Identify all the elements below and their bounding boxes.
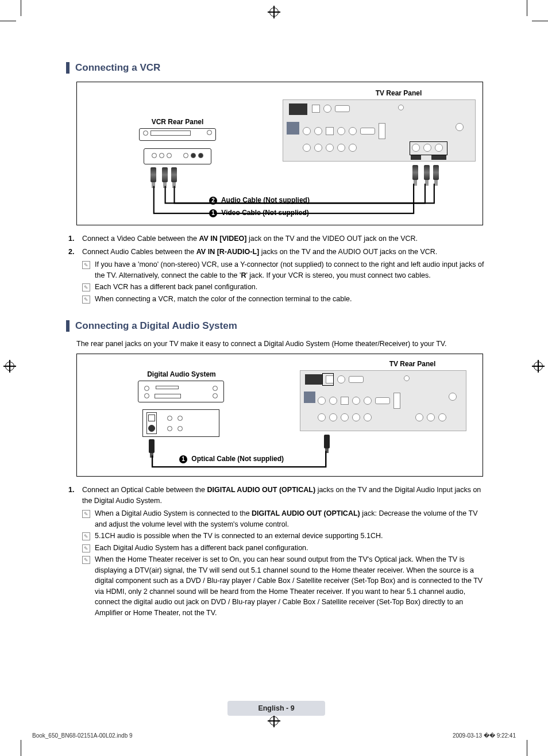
section-bar xyxy=(66,62,70,74)
note-icon: ✎ xyxy=(82,531,95,542)
vcr-device xyxy=(139,128,216,141)
das-note-2: ✎ 5.1CH audio is possible when the TV is… xyxy=(82,531,485,542)
badge-2: 2 xyxy=(209,197,217,205)
tv-rear-panel xyxy=(283,99,476,162)
vcr-step-1: 1. Connect a Video Cable between the AV … xyxy=(68,233,485,244)
digital-audio-diagram: TV Rear Panel Digital Audio System xyxy=(76,354,483,477)
optical-cable-label: Optical Cable (Not supplied) xyxy=(191,455,284,463)
das-device-bottom xyxy=(142,409,219,437)
note-icon: ✎ xyxy=(82,543,95,554)
footer-book-id: Book_650_BN68-02151A-00L02.indb 9 xyxy=(32,732,133,739)
tv-video-plug xyxy=(412,165,418,180)
note-icon: ✎ xyxy=(82,554,95,618)
vcr-rear-panel-label: VCR Rear Panel xyxy=(132,118,223,126)
note-icon: ✎ xyxy=(82,508,95,529)
badge-1: 1 xyxy=(209,209,217,217)
tv-audio-plugs xyxy=(424,165,439,180)
optical-cable-label-row: 1 Optical Cable (Not supplied) xyxy=(179,455,284,463)
vcr-instructions: 1. Connect a Video Cable between the AV … xyxy=(68,233,485,304)
video-cable-label: Video Cable (Not supplied) xyxy=(221,209,308,217)
section-2-intro: The rear panel jacks on your TV make it … xyxy=(76,340,485,348)
tv-rear-panel-label-2: TV Rear Panel xyxy=(361,360,464,368)
das-note-4: ✎ When the Home Theater receiver is set … xyxy=(82,554,485,618)
das-device-top xyxy=(138,381,224,402)
note-icon: ✎ xyxy=(82,259,95,281)
badge-1b: 1 xyxy=(179,455,187,463)
vcr-note-1: ✎ If you have a 'mono' (non-stereo) VCR,… xyxy=(82,259,485,281)
das-note-3: ✎ Each Digital Audio System has a differ… xyxy=(82,543,485,554)
audio-cable-label-row: 2 Audio Cable (Not supplied) xyxy=(209,196,310,205)
das-optical-plug xyxy=(149,439,155,453)
section-bar xyxy=(66,320,70,332)
section-2-header: Connecting a Digital Audio System xyxy=(66,320,485,332)
tv-rear-panel-2 xyxy=(300,370,466,431)
note-icon: ✎ xyxy=(82,282,95,293)
section-1-title: Connecting a VCR xyxy=(75,62,160,74)
das-note-1: ✎ When a Digital Audio System is connect… xyxy=(82,508,485,529)
video-cable-label-row: 1 Video Cable (Not supplied) xyxy=(209,209,309,217)
section-1-header: Connecting a VCR xyxy=(66,62,485,74)
tv-optical-plug xyxy=(324,435,330,448)
das-instructions: 1. Connect an Optical Cable between the … xyxy=(68,485,485,618)
tv-rear-panel-label: TV Rear Panel xyxy=(347,89,450,97)
vcr-connection-diagram: TV Rear Panel VCR Rear Panel xyxy=(76,82,483,225)
page-number-pill: English - 9 xyxy=(227,701,325,716)
digital-audio-system-label: Digital Audio System xyxy=(124,370,239,378)
vcr-note-3: ✎ When connecting a VCR, match the color… xyxy=(82,294,485,305)
section-2-title: Connecting a Digital Audio System xyxy=(75,320,237,332)
audio-cable-label: Audio Cable (Not supplied) xyxy=(221,196,310,204)
vcr-jacks xyxy=(144,148,211,164)
vcr-audio-plugs xyxy=(162,167,177,182)
vcr-note-2: ✎ Each VCR has a different back panel co… xyxy=(82,282,485,293)
das-step-1: 1. Connect an Optical Cable between the … xyxy=(68,485,485,506)
vcr-step-2: 2. Connect Audio Cables between the AV I… xyxy=(68,247,485,258)
note-icon: ✎ xyxy=(82,294,95,305)
vcr-video-plug xyxy=(150,167,156,182)
footer-timestamp: 2009-03-13 �� 9:22:41 xyxy=(453,732,516,739)
